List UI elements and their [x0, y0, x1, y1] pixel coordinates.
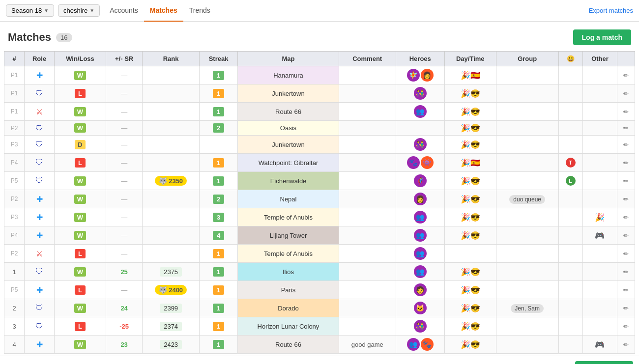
- row-map: Watchpoint: Gibraltar: [238, 154, 339, 172]
- page-title: Matches: [8, 31, 51, 44]
- row-streak: 1: [199, 299, 237, 317]
- row-edit[interactable]: ✏: [617, 336, 635, 354]
- row-comment: [339, 208, 396, 226]
- col-winloss: Win/Loss: [55, 52, 106, 66]
- row-sr-delta: —: [106, 208, 142, 226]
- row-daytime: 🎉😎: [444, 121, 496, 136]
- edit-icon[interactable]: ✏: [623, 286, 629, 294]
- account-dropdown[interactable]: cheshire ▼: [58, 4, 100, 17]
- row-daytime: 🎉😎: [444, 84, 496, 103]
- row-edit[interactable]: ✏: [617, 263, 635, 281]
- edit-icon[interactable]: ✏: [623, 141, 629, 148]
- row-daytime: 🎉😎: [444, 103, 496, 121]
- row-edit[interactable]: ✏: [617, 66, 635, 84]
- row-edit[interactable]: ✏: [617, 226, 635, 245]
- log-match-button-top[interactable]: Log a match: [573, 29, 631, 45]
- row-rank: [143, 103, 200, 121]
- row-smile: [558, 190, 582, 208]
- row-map: Junkertown: [238, 84, 339, 103]
- row-heroes: 🦸: [396, 172, 444, 190]
- row-sr-delta: —: [106, 245, 142, 263]
- table-row: P4 🛡 L — 1 Watchpoint: Gibraltar 🐾👾 🎉🇪🇸 …: [4, 154, 635, 172]
- row-heroes: [396, 121, 444, 136]
- row-rank: 2374: [143, 317, 200, 336]
- row-edit[interactable]: ✏: [617, 121, 635, 136]
- row-comment: [339, 121, 396, 136]
- row-streak: 1: [199, 245, 237, 263]
- row-streak: [199, 136, 237, 154]
- row-sr-delta: —: [106, 84, 142, 103]
- row-daytime: 🎉😎: [444, 226, 496, 245]
- row-comment: [339, 136, 396, 154]
- row-heroes: 👥: [396, 263, 444, 281]
- row-edit[interactable]: ✏: [617, 299, 635, 317]
- edit-icon[interactable]: ✏: [623, 232, 629, 239]
- row-map: Paris: [238, 281, 339, 299]
- row-num: P1: [4, 84, 25, 103]
- row-heroes: 👫: [396, 136, 444, 154]
- match-count: 16: [56, 33, 72, 42]
- row-edit[interactable]: ✏: [617, 317, 635, 336]
- season-dropdown[interactable]: Season 18 ▼: [6, 4, 54, 17]
- table-row: P2 ⚔ L — 1 Temple of Anubis 👥 ✏: [4, 245, 635, 263]
- edit-icon[interactable]: ✏: [623, 250, 629, 257]
- row-edit[interactable]: ✏: [617, 190, 635, 208]
- row-streak: 1: [199, 154, 237, 172]
- row-role: ✚: [25, 208, 55, 226]
- edit-icon[interactable]: ✏: [623, 196, 629, 203]
- row-daytime: [444, 245, 496, 263]
- row-edit[interactable]: ✏: [617, 208, 635, 226]
- nav-matches[interactable]: Matches: [144, 0, 183, 22]
- row-smile: [558, 121, 582, 136]
- row-map: Horizon Lunar Colony: [238, 317, 339, 336]
- edit-icon[interactable]: ✏: [623, 305, 629, 312]
- row-other: [582, 281, 617, 299]
- edit-icon[interactable]: ✏: [623, 108, 629, 115]
- row-role: 🛡: [25, 136, 55, 154]
- row-num: P2: [4, 245, 25, 263]
- row-daytime: 🎉😎: [444, 263, 496, 281]
- nav-accounts[interactable]: Accounts: [104, 0, 144, 22]
- row-group: duo queue: [496, 190, 558, 208]
- edit-icon[interactable]: ✏: [623, 268, 629, 276]
- row-edit[interactable]: ✏: [617, 172, 635, 190]
- row-daytime: 🎉🇪🇸: [444, 154, 496, 172]
- row-edit[interactable]: ✏: [617, 245, 635, 263]
- row-comment: [339, 299, 396, 317]
- row-sr-delta: -25: [106, 317, 142, 336]
- col-heroes: Heroes: [396, 52, 444, 66]
- edit-icon[interactable]: ✏: [623, 124, 629, 132]
- row-comment: [339, 190, 396, 208]
- row-result: W: [55, 66, 106, 84]
- edit-icon[interactable]: ✏: [623, 323, 629, 330]
- edit-icon[interactable]: ✏: [623, 159, 629, 167]
- row-group: [496, 208, 558, 226]
- edit-icon[interactable]: ✏: [623, 90, 629, 97]
- row-sr-delta: 25: [106, 263, 142, 281]
- row-edit[interactable]: ✏: [617, 154, 635, 172]
- row-daytime: 🎉😎: [444, 172, 496, 190]
- account-caret: ▼: [89, 8, 94, 13]
- row-edit[interactable]: ✏: [617, 281, 635, 299]
- row-num: P4: [4, 226, 25, 245]
- row-role: 🛡: [25, 172, 55, 190]
- edit-icon[interactable]: ✏: [623, 214, 629, 221]
- edit-icon[interactable]: ✏: [623, 72, 629, 79]
- row-edit[interactable]: ✏: [617, 136, 635, 154]
- row-smile: [558, 245, 582, 263]
- row-heroes: 🐾👾: [396, 154, 444, 172]
- table-row: P1 🛡 L — 1 Junkertown 👫 🎉😎 ✏: [4, 84, 635, 103]
- edit-icon[interactable]: ✏: [623, 177, 629, 185]
- col-rank: Rank: [143, 52, 200, 66]
- log-match-button-bottom[interactable]: Log a match: [575, 361, 633, 364]
- row-edit[interactable]: ✏: [617, 84, 635, 103]
- nav-trends[interactable]: Trends: [183, 0, 216, 22]
- row-edit[interactable]: ✏: [617, 103, 635, 121]
- row-other: [582, 121, 617, 136]
- edit-icon[interactable]: ✏: [623, 341, 629, 348]
- account-label: cheshire: [63, 7, 87, 14]
- row-result: L: [55, 281, 106, 299]
- export-matches-link[interactable]: Export matches: [589, 7, 633, 14]
- row-other: [582, 136, 617, 154]
- row-num: 1: [4, 263, 25, 281]
